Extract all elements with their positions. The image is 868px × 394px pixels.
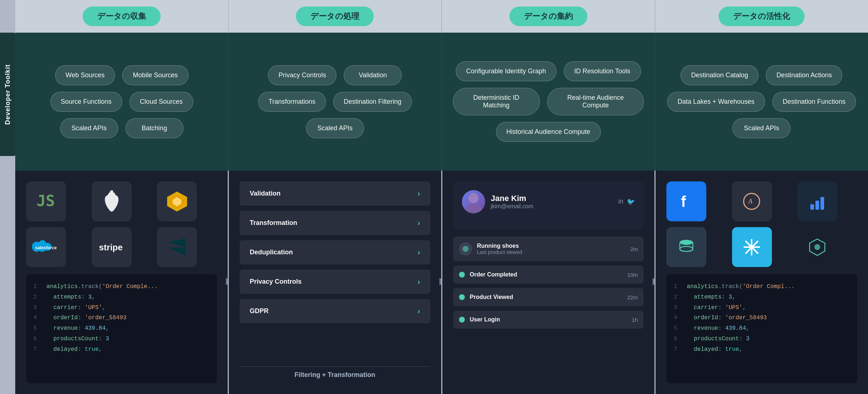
svg-text:f: f (681, 193, 686, 210)
pill-row-2: Source Functions Cloud Sources (50, 92, 193, 112)
pill-privacy-controls[interactable]: Privacy Controls (268, 65, 336, 85)
step-privacy-controls[interactable]: Privacy Controls › (240, 270, 430, 294)
nodejs-icon: JS (33, 189, 59, 214)
social-icons: in 🐦 (618, 198, 635, 206)
pill-row-11: Data Lakes + Warehouses Destination Func… (667, 92, 856, 112)
svg-rect-19 (815, 201, 819, 210)
code-line-1: 1 analytics.track('Order Comple... (33, 282, 210, 292)
salesforce-icon: salesforce (30, 239, 62, 255)
nodejs-icon-box: JS (26, 181, 66, 221)
pill-id-resolution[interactable]: ID Resolution Tools (564, 61, 641, 81)
code-line-4: 4 orderId: 'order_58493 (33, 313, 210, 323)
sources-section: JS (15, 171, 229, 394)
toolkit-label: Developer Toolkit (0, 33, 15, 156)
linkedin-icon: in (618, 198, 623, 206)
toolkit-col-activation: Destination Catalog Destination Actions … (655, 33, 868, 171)
activity-list: Running shoes Last product viewed 2m Ord… (453, 237, 644, 329)
pill-transformations[interactable]: Transformations (258, 92, 326, 112)
activity-product-viewed: Product Viewed 22m (453, 288, 644, 306)
banner-pill-collection: データの収集 (83, 7, 161, 26)
source-icons-grid: JS (26, 181, 217, 267)
aggregation-section: Jane Kim jkim@email.com in 🐦 (442, 171, 656, 394)
arrow-2 (438, 274, 442, 290)
product-dot (459, 294, 465, 300)
pill-dest-filtering[interactable]: Destination Filtering (333, 92, 412, 112)
pill-dest-actions[interactable]: Destination Actions (766, 65, 842, 85)
activity-order: Order Completed 10m (453, 266, 644, 284)
pill-scaled-apis-4[interactable]: Scaled APIs (732, 118, 790, 138)
dest-code-line-4: 4 orderId: 'order_58493 (674, 313, 850, 323)
svg-marker-7 (168, 238, 186, 247)
toolkit-panel: Web Sources Mobile Sources Source Functi… (15, 33, 868, 171)
dest-code-line-7: 7 delayed: true, (674, 344, 850, 355)
pill-configurable-identity[interactable]: Configurable Identity Graph (456, 61, 557, 81)
banner-collection: データの収集 (15, 0, 229, 33)
profile-header: Jane Kim jkim@email.com in 🐦 (462, 190, 635, 213)
banner-processing: データの処理 (229, 0, 442, 33)
pill-realtime-audience[interactable]: Real-time Audience Compute (547, 88, 644, 115)
pill-mobile-sources[interactable]: Mobile Sources (122, 65, 188, 85)
dest-code-line-3: 3 carrier: 'UPS', (674, 303, 850, 313)
quantum-icon (807, 237, 827, 257)
login-dot (459, 317, 465, 323)
top-banner: データの収集 データの処理 データの集約 データの活性化 (15, 0, 868, 33)
pill-scaled-apis-2[interactable]: Scaled APIs (306, 118, 364, 138)
stripe-icon-box: stripe (92, 227, 132, 267)
pill-row-12: Scaled APIs (732, 118, 790, 138)
banner-pill-activation: データの活性化 (719, 7, 805, 26)
pill-scaled-apis-1[interactable]: Scaled APIs (60, 118, 118, 138)
activity-login-text: User Login (470, 316, 627, 323)
amplitude-icon-box: A (732, 181, 772, 221)
toolkit-col-processing: Privacy Controls Validation Transformati… (228, 33, 442, 171)
avatar (462, 190, 485, 213)
pill-dest-catalog[interactable]: Destination Catalog (681, 65, 759, 85)
pill-row-8: Deterministic ID Matching Real-time Audi… (453, 88, 644, 115)
banner-aggregation: データの集約 (442, 0, 656, 33)
pill-batching[interactable]: Batching (125, 118, 183, 138)
pill-deterministic-id[interactable]: Deterministic ID Matching (453, 88, 540, 115)
snowflake-icon (742, 237, 762, 257)
amplitude-icon: A (742, 192, 762, 212)
svg-point-21 (680, 240, 693, 245)
step-gdpr[interactable]: GDPR › (240, 299, 430, 323)
snowflake-icon-box (732, 227, 772, 267)
cards-row: JS (15, 171, 868, 394)
stripe-icon: stripe (97, 241, 126, 254)
pill-validation[interactable]: Validation (344, 65, 402, 85)
profile-card: Jane Kim jkim@email.com in 🐦 (453, 181, 644, 229)
pill-historical-audience[interactable]: Historical Audience Compute (496, 122, 601, 142)
apple-icon (101, 190, 123, 212)
zendesk-icon (165, 235, 189, 259)
svg-marker-14 (653, 278, 656, 285)
main-wrapper: データの収集 データの処理 データの集約 データの活性化 Developer T… (0, 0, 868, 394)
analytics-icon (807, 192, 827, 212)
pill-row-7: Configurable Identity Graph ID Resolutio… (456, 61, 641, 81)
pill-source-functions[interactable]: Source Functions (50, 92, 122, 112)
sketch-icon (165, 190, 189, 213)
svg-text:JS: JS (37, 192, 55, 210)
pill-dest-functions[interactable]: Destination Functions (772, 92, 856, 112)
svg-rect-20 (821, 197, 824, 210)
toolkit-col-aggregation: Configurable Identity Graph ID Resolutio… (442, 33, 655, 171)
svg-point-22 (680, 246, 693, 251)
banner-pill-processing: データの処理 (296, 7, 374, 26)
step-deduplication[interactable]: Deduplication › (240, 240, 430, 264)
step-transformation[interactable]: Transformation › (240, 211, 430, 235)
filter-steps: Validation › Transformation › Deduplicat… (240, 181, 430, 323)
svg-text:salesforce: salesforce (35, 245, 57, 250)
facebook-icon: f (677, 192, 697, 212)
filter-label: Filtering + Transformation (240, 366, 430, 383)
analytics-icon-box (797, 181, 837, 221)
pill-row-6: Scaled APIs (306, 118, 364, 138)
profile-name: Jane Kim (491, 194, 534, 203)
banner-pill-aggregation: データの集約 (509, 7, 587, 26)
step-validation[interactable]: Validation › (240, 181, 430, 206)
zendesk-icon-box (157, 227, 197, 267)
salesforce-icon-box: salesforce (26, 227, 66, 267)
svg-marker-9 (226, 278, 229, 285)
pill-web-sources[interactable]: Web Sources (55, 65, 115, 85)
pill-cloud-sources[interactable]: Cloud Sources (129, 92, 193, 112)
pill-data-lakes[interactable]: Data Lakes + Warehouses (667, 92, 765, 112)
database-icon (677, 237, 697, 257)
dest-code-line-2: 2 attempts: 3, (674, 292, 850, 303)
